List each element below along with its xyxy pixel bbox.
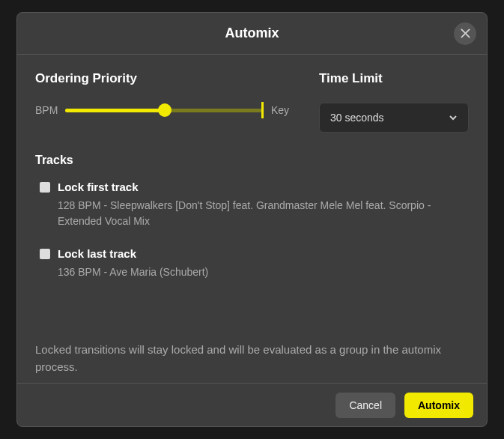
time-limit-select[interactable]: 30 seconds [319, 103, 469, 133]
lock-last-track-head: Lock last track [40, 247, 469, 260]
tracks-title: Tracks [35, 154, 469, 167]
lock-last-track-checkbox[interactable] [40, 249, 50, 259]
modal-footer: Cancel Automix [17, 383, 487, 426]
chevron-down-icon [449, 113, 458, 122]
lock-last-track-label: Lock last track [58, 247, 136, 260]
modal-title: Automix [225, 25, 279, 41]
modal-header: Automix [17, 13, 487, 55]
last-track-detail: 136 BPM - Ave Maria (Schubert) [58, 264, 469, 280]
close-icon [460, 28, 471, 39]
cancel-button[interactable]: Cancel [336, 393, 395, 418]
slider-fill [65, 109, 164, 112]
ordering-slider-row: BPM Key [35, 103, 289, 118]
top-row: Ordering Priority BPM Key Time Limit [35, 71, 469, 133]
lock-first-track-label: Lock first track [58, 181, 139, 193]
first-track-detail: 128 BPM - Sleepwalkers [Don't Stop] feat… [58, 198, 469, 229]
tracks-section: Tracks Lock first track 128 BPM - Sleepw… [35, 154, 469, 298]
automix-modal: Automix Ordering Priority BPM Key [16, 12, 488, 427]
ordering-title: Ordering Priority [35, 71, 289, 86]
slider-thumb[interactable] [158, 103, 171, 117]
modal-body: Ordering Priority BPM Key Time Limit [17, 55, 487, 383]
close-button[interactable] [454, 22, 476, 45]
time-limit-value: 30 seconds [330, 112, 384, 124]
lock-first-track-item: Lock first track 128 BPM - Sleepwalkers … [35, 181, 469, 229]
slider-label-key: Key [271, 104, 289, 116]
slider-label-bpm: BPM [35, 104, 58, 116]
lock-first-track-checkbox[interactable] [40, 182, 50, 193]
automix-button[interactable]: Automix [404, 393, 473, 418]
time-limit-title: Time Limit [319, 71, 469, 86]
lock-last-track-item: Lock last track 136 BPM - Ave Maria (Sch… [35, 247, 469, 280]
ordering-priority-section: Ordering Priority BPM Key [35, 71, 289, 133]
time-limit-section: Time Limit 30 seconds [319, 71, 469, 133]
locked-transitions-hint: Locked transitions will stay locked and … [35, 342, 469, 375]
ordering-slider[interactable] [65, 103, 264, 118]
slider-end-marker [261, 102, 264, 118]
lock-first-track-head: Lock first track [40, 181, 469, 193]
